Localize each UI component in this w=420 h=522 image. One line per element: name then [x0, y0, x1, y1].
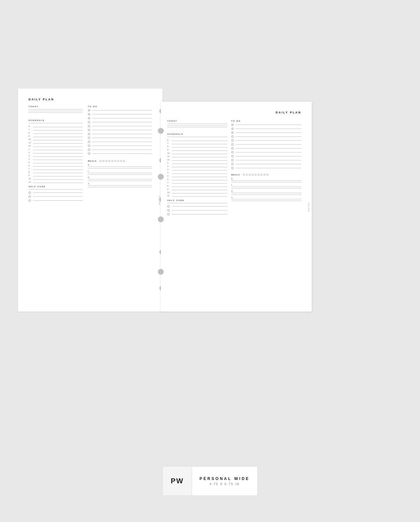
meal-s-line-2: [88, 187, 152, 187]
todo-circle-4: [88, 121, 90, 123]
schedule-row-8b: 8: [29, 171, 83, 173]
todo-circle-12: [88, 152, 90, 155]
schedule-row-7: 7: [29, 129, 83, 130]
self-care-circle-2: [29, 195, 31, 198]
self-care-circle-3: [29, 199, 31, 202]
schedule-row-7b: 7: [29, 168, 83, 170]
meal-l-line-2: [88, 174, 152, 175]
self-care-circle-1: [29, 191, 31, 194]
left-planner-title: DAILY PLAN: [29, 98, 152, 101]
todo-item-7: [88, 133, 152, 135]
r-meal-l-line-1: [231, 187, 301, 187]
meal-circle-6: [114, 160, 116, 162]
bottom-label-area: PW PERSONAL WIDE 4.75 X 6.75 IN: [162, 466, 258, 496]
meal-circle-2: [102, 160, 104, 162]
r-meal-circle-5: [255, 174, 257, 176]
today-line-1: [29, 109, 83, 110]
todo-circle-8: [88, 137, 90, 139]
todo-circle-filled-1: [88, 109, 90, 111]
r-meal-circle-1: [243, 174, 245, 176]
schedule-row-9b: 9: [29, 174, 83, 176]
r-meal-circle-2: [246, 174, 248, 176]
r-todo-circle-11: [231, 163, 234, 165]
left-self-care-label: SELF CARE: [29, 186, 83, 188]
r-todo-circle-9: [231, 155, 234, 157]
r-deco-dot-2: [158, 174, 164, 180]
r-schedule-row-8b: 8: [167, 185, 227, 187]
r-schedule-row-11b: 11: [167, 195, 227, 197]
left-meal-b: B: [88, 164, 152, 166]
r-todo-circle-filled-3: [231, 131, 234, 134]
r-self-care-circle-3: [167, 213, 170, 215]
r-schedule-row-2: 2: [167, 165, 227, 167]
r-schedule-row-5: 5: [167, 175, 227, 177]
r-today-line-2: [167, 125, 227, 126]
right-self-care: SELF CARE: [167, 199, 227, 215]
r-schedule-row-9: 9: [167, 149, 227, 151]
r-schedule-row-7b: 7: [167, 182, 227, 184]
schedule-row-10: 10: [29, 138, 83, 140]
todo-item-8: [88, 137, 152, 139]
left-meals-section: MEALS B L: [88, 160, 152, 187]
schedule-row-11b: 11: [29, 181, 83, 183]
r-meal-circle-7: [261, 174, 262, 176]
right-todo-col: TO DO: [231, 120, 301, 217]
r-notes-label: NOTES: [308, 202, 310, 211]
r-meals-header-row: MEALS: [231, 174, 301, 176]
r-todo-circle-filled-2: [231, 128, 234, 130]
r-schedule-row-8: 8: [167, 146, 227, 148]
right-meal-b: B: [231, 178, 301, 180]
meal-circle-1: [99, 160, 101, 162]
r-todo-circle-12: [231, 167, 234, 169]
r-todo-item-8: [231, 151, 301, 153]
right-meals-label: MEALS: [231, 174, 240, 176]
r-self-care-circle-1: [167, 205, 170, 208]
r-today-line-1: [167, 124, 227, 124]
right-today-label: TODAY: [167, 120, 227, 122]
self-care-item-2: [29, 195, 83, 198]
r-deco-dot-4: [158, 269, 164, 275]
schedule-row-8: 8: [29, 132, 83, 134]
self-care-line: [29, 189, 83, 190]
r-schedule-row-7: 7: [167, 142, 227, 144]
r-todo-circle-8: [231, 151, 234, 153]
meal-circle-3: [105, 160, 107, 162]
r-meal-d-line-1: [231, 193, 301, 193]
r-self-care-circle-2: [167, 209, 170, 211]
left-meal-d: D: [88, 176, 152, 178]
right-schedule-label: SCHEDULE: [167, 133, 227, 135]
r-todo-item-3: [231, 131, 301, 134]
left-meals-label: MEALS: [88, 160, 97, 162]
left-self-care: SELF CARE: [29, 186, 83, 202]
r-todo-item-2: [231, 128, 301, 130]
meal-circle-5: [111, 160, 113, 162]
r-todo-item-1: [231, 124, 301, 126]
r-schedule-row-3: 3: [167, 169, 227, 171]
meal-circle-8: [120, 160, 122, 162]
right-planner-page: DAILY PLAN TODAY SCHEDULE 6 7 8: [161, 102, 312, 311]
meal-circle-9: [123, 160, 125, 162]
r-meal-b-line-2: [231, 182, 301, 182]
left-today-label: TODAY: [29, 106, 83, 108]
todo-item-1: [88, 109, 152, 111]
schedule-row-5: 5: [29, 161, 83, 163]
r-todo-circle-10: [231, 159, 234, 161]
meal-circle-7: [117, 160, 119, 162]
r-meal-circle-6: [258, 174, 260, 176]
right-meal-d: D: [231, 190, 301, 192]
r-meal-circle-3: [249, 174, 251, 176]
todo-item-4: [88, 121, 152, 123]
r-meal-circle-4: [252, 174, 254, 176]
todo-item-2: [88, 113, 152, 115]
meal-circle-4: [108, 160, 110, 162]
todo-item-12: [88, 152, 152, 155]
r-schedule-row-12: 12: [167, 159, 227, 161]
r-schedule-row-6b: 6: [167, 178, 227, 180]
meals-circles: [99, 160, 125, 162]
r-notes-rotated-area: NOTES: [308, 202, 310, 211]
todo-item-5: [88, 125, 152, 127]
schedule-row-3: 3: [29, 155, 83, 157]
todo-item-3: [88, 117, 152, 119]
todo-circle-filled-2: [88, 113, 90, 115]
schedule-row-9: 9: [29, 135, 83, 137]
